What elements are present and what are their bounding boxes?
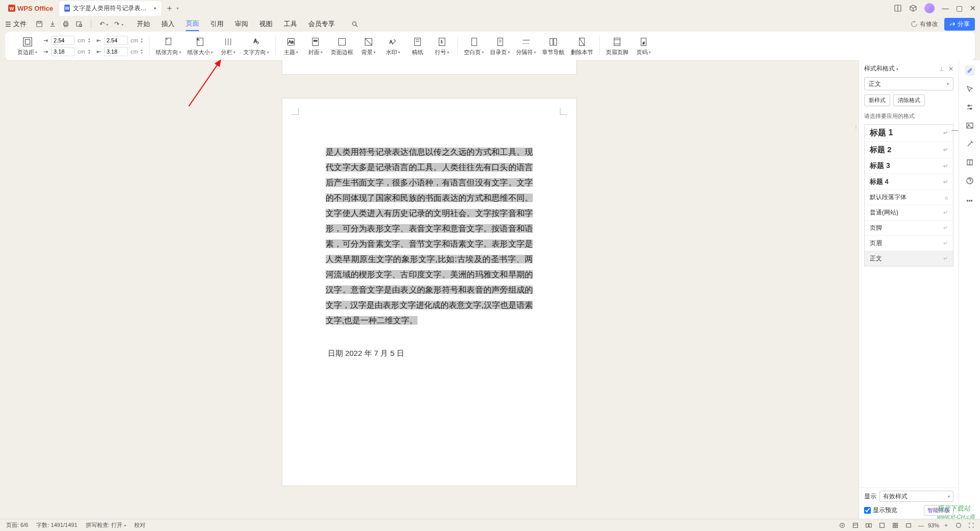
rail-edit-icon[interactable] xyxy=(965,65,975,76)
cover-button[interactable]: 封面 ▾ xyxy=(306,36,325,56)
file-menu[interactable]: ☰ 文件 xyxy=(5,19,27,29)
rail-image-icon[interactable] xyxy=(965,120,975,131)
ruler-toggle[interactable]: ⋮ xyxy=(853,125,859,130)
pin-icon[interactable]: ⟂ xyxy=(940,65,943,73)
rail-book-icon[interactable] xyxy=(965,157,975,167)
svg-rect-72 xyxy=(896,525,898,527)
minimize-button[interactable]: — xyxy=(942,4,949,12)
view-mode-2-icon[interactable] xyxy=(852,522,859,529)
view-mode-5-icon[interactable] xyxy=(892,522,899,529)
rail-more-icon[interactable]: ••• xyxy=(965,196,975,206)
view-mode-1-icon[interactable] xyxy=(839,522,846,529)
zoom-in-button[interactable]: ＋ xyxy=(943,521,949,529)
style-item-h1[interactable]: 标题 1↵ xyxy=(865,125,953,142)
rail-select-icon[interactable] xyxy=(965,84,975,94)
user-avatar[interactable] xyxy=(924,3,935,13)
fit-width-icon[interactable] xyxy=(955,522,962,529)
clear-format-button[interactable]: 清除格式 xyxy=(893,94,925,106)
tab-start[interactable]: 开始 xyxy=(137,17,150,31)
style-item-footer[interactable]: 页脚↵ xyxy=(865,221,953,236)
preview-checkbox[interactable]: 显示预览 xyxy=(864,506,897,515)
export-icon[interactable] xyxy=(49,20,56,28)
status-spell[interactable]: 拼写检查: 打开 ▾ xyxy=(86,521,126,529)
style-item-header[interactable]: 页眉↵ xyxy=(865,236,953,251)
new-tab-button[interactable]: ＋ xyxy=(165,3,174,14)
tab-member[interactable]: 会员专享 xyxy=(308,17,335,31)
zoom-value[interactable]: 93% xyxy=(928,522,939,528)
fullscreen-icon[interactable]: ⛶ xyxy=(968,522,974,528)
modified-badge[interactable]: 有修改 xyxy=(911,20,938,29)
rail-tools-icon[interactable] xyxy=(965,139,975,149)
chapter-nav-button[interactable]: 章节导航 xyxy=(542,36,565,56)
tab-view[interactable]: 视图 xyxy=(259,17,273,31)
text-direction-button[interactable]: A文字方向 ▾ xyxy=(243,36,269,56)
tab-menu-chevron[interactable]: ▾ xyxy=(177,6,179,11)
style-item-h2[interactable]: 标题 2↵ xyxy=(865,142,953,158)
status-proof[interactable]: 校对 xyxy=(134,521,145,529)
panel-collapse-button[interactable]: — xyxy=(951,126,959,134)
background-button[interactable]: 背景 ▾ xyxy=(359,36,378,56)
page-number-button[interactable]: #页码 ▾ xyxy=(634,36,653,56)
paper-size-button[interactable]: 纸张大小 ▾ xyxy=(187,36,213,56)
tab-insert[interactable]: 插入 xyxy=(161,17,175,31)
toc-page-button[interactable]: 目录页 ▾ xyxy=(490,36,510,56)
style-item-h4[interactable]: 标题 4↵ xyxy=(865,174,953,190)
page-margins-button[interactable]: 页边距 ▾ xyxy=(17,36,37,56)
close-button[interactable]: ✕ xyxy=(970,4,976,12)
view-mode-4-icon[interactable] xyxy=(878,522,886,529)
margin-bottom-input[interactable] xyxy=(104,36,128,45)
body-text[interactable]: 是人类用符号记录表达信息以传之久远的方式和工具。现代文字大多是记录语言的工具。人… xyxy=(326,144,533,328)
print-icon[interactable] xyxy=(62,20,69,28)
style-list: 标题 1↵ 标题 2↵ 标题 3↵ 标题 4↵ 默认段落字体a 普通(网站)↵ … xyxy=(864,124,953,267)
view-mode-3-icon[interactable] xyxy=(865,522,872,529)
document-area[interactable]: 是人类用符号记录表达信息以传之久远的方式和工具。现代文字大多是记录语言的工具。人… xyxy=(0,60,859,519)
page-border-button[interactable]: 页面边框 xyxy=(331,36,353,56)
columns-button[interactable]: 分栏 ▾ xyxy=(219,36,237,56)
margin-right-input[interactable] xyxy=(104,47,128,56)
style-item-body[interactable]: 正文↵ xyxy=(865,251,953,266)
search-icon[interactable] xyxy=(351,20,358,28)
view-mode-6-icon[interactable] xyxy=(905,522,912,529)
svg-rect-73 xyxy=(906,523,911,527)
style-item-h3[interactable]: 标题 3↵ xyxy=(865,158,953,174)
watermark-button[interactable]: A水印 ▾ xyxy=(384,36,402,56)
footer-date: 日期 2022 年 7 月 5 日 xyxy=(326,349,533,358)
line-number-button[interactable]: 1行号 ▾ xyxy=(433,36,451,56)
delete-section-button[interactable]: 删除本节 xyxy=(571,36,593,56)
tab-tools[interactable]: 工具 xyxy=(284,17,297,31)
panel-close-icon[interactable]: ✕ xyxy=(948,65,953,73)
print-preview-icon[interactable] xyxy=(76,20,83,28)
cube-icon[interactable] xyxy=(909,4,917,12)
tab-review[interactable]: 审阅 xyxy=(235,17,248,31)
status-words[interactable]: 字数: 1491/1491 xyxy=(36,521,77,529)
rail-settings-icon[interactable] xyxy=(965,102,975,112)
maximize-button[interactable]: ▢ xyxy=(956,4,963,12)
share-button[interactable]: 分享 xyxy=(944,18,975,31)
undo-icon[interactable]: ↶ ▾ xyxy=(100,20,108,28)
margin-top-input[interactable] xyxy=(51,36,75,45)
svg-point-74 xyxy=(957,523,961,527)
layout-icon[interactable] xyxy=(894,4,902,12)
save-icon[interactable] xyxy=(36,20,43,28)
zoom-out-button[interactable]: — xyxy=(918,522,924,528)
display-select[interactable]: 有效样式▾ xyxy=(879,491,953,502)
new-style-button[interactable]: 新样式 xyxy=(864,94,890,106)
section-break-button[interactable]: 分隔符 ▾ xyxy=(516,36,536,56)
style-item-normal-web[interactable]: 普通(网站)↵ xyxy=(865,205,953,221)
manuscript-button[interactable]: 稿纸 xyxy=(408,36,427,56)
style-item-default-font[interactable]: 默认段落字体a xyxy=(865,190,953,205)
theme-button[interactable]: Aa主题 ▾ xyxy=(282,36,300,56)
document-tab[interactable]: W 文字是人类用符号记录表达信息以… • xyxy=(59,1,161,16)
svg-rect-45 xyxy=(554,38,557,45)
margin-left-input[interactable] xyxy=(51,47,75,56)
rail-help-icon[interactable] xyxy=(965,176,975,186)
tab-page[interactable]: 页面 xyxy=(186,17,199,31)
header-footer-button[interactable]: 页眉页脚 xyxy=(606,36,628,56)
smart-layout-button[interactable]: 智能排版 xyxy=(924,505,953,516)
paper-orientation-button[interactable]: 纸张方向 ▾ xyxy=(156,36,181,56)
status-page[interactable]: 页面: 6/6 xyxy=(6,521,28,529)
tab-reference[interactable]: 引用 xyxy=(210,17,224,31)
blank-page-button[interactable]: 空白页 ▾ xyxy=(464,36,484,56)
redo-icon[interactable]: ↷ ▾ xyxy=(114,20,123,28)
current-style-select[interactable]: 正文▾ xyxy=(864,77,953,90)
